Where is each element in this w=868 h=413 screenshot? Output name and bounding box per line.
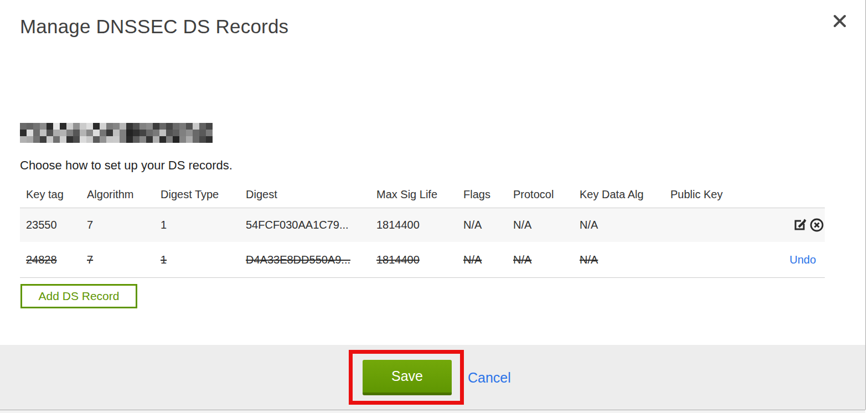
modal-right-border: [865, 0, 866, 410]
column-header-protocol: Protocol: [513, 188, 580, 201]
table-row-deleted: 24828 7 1 D4A33E8DD550A9... 1814400 N/A …: [20, 242, 825, 278]
table-row: 23550 7 1 54FCF030AA1C79... 1814400 N/A …: [20, 208, 825, 242]
column-header-public-key: Public Key: [670, 188, 748, 201]
cell-protocol: N/A: [513, 219, 580, 231]
cell-digest: 54FCF030AA1C79...: [246, 219, 376, 231]
cell-algorithm: 7: [87, 254, 161, 266]
manage-dnssec-modal: Manage DNSSEC DS Records Choose how to s…: [0, 0, 868, 413]
column-header-flags: Flags: [463, 188, 513, 201]
column-header-max-sig-life: Max Sig Life: [376, 188, 463, 201]
circle-x-icon[interactable]: [809, 217, 825, 233]
cell-digest-type: 1: [161, 254, 246, 266]
page-behind-strip: [0, 410, 865, 413]
cell-flags: N/A: [463, 254, 513, 266]
instruction-text: Choose how to set up your DS records.: [20, 158, 232, 173]
page-title: Manage DNSSEC DS Records: [20, 16, 288, 38]
cell-protocol: N/A: [513, 254, 580, 266]
column-header-digest-type: Digest Type: [161, 188, 246, 201]
cell-key-tag: 23550: [20, 219, 87, 231]
close-icon[interactable]: [831, 12, 849, 30]
add-ds-record-button[interactable]: Add DS Record: [20, 284, 137, 308]
column-header-key-data-alg: Key Data Alg: [580, 188, 670, 201]
cancel-link[interactable]: Cancel: [468, 370, 511, 386]
cell-max-sig-life: 1814400: [376, 219, 463, 231]
save-button[interactable]: Save: [363, 360, 452, 395]
column-header-digest: Digest: [246, 188, 376, 201]
cell-digest-type: 1: [161, 219, 246, 231]
cell-key-data-alg: N/A: [580, 254, 670, 266]
cell-algorithm: 7: [87, 219, 161, 231]
table-header-row: Key tag Algorithm Digest Type Digest Max…: [20, 182, 825, 208]
cell-key-tag: 24828: [20, 254, 87, 266]
cell-flags: N/A: [463, 219, 513, 231]
redacted-domain-name: [20, 123, 213, 143]
ds-records-table: Key tag Algorithm Digest Type Digest Max…: [20, 182, 825, 278]
column-header-algorithm: Algorithm: [87, 188, 161, 201]
undo-link[interactable]: Undo: [789, 254, 825, 266]
column-header-key-tag: Key tag: [20, 188, 87, 201]
cell-digest: D4A33E8DD550A9...: [246, 254, 376, 266]
cell-max-sig-life: 1814400: [376, 254, 463, 266]
edit-pencil-square-icon[interactable]: [793, 217, 809, 233]
cell-key-data-alg: N/A: [580, 219, 670, 231]
